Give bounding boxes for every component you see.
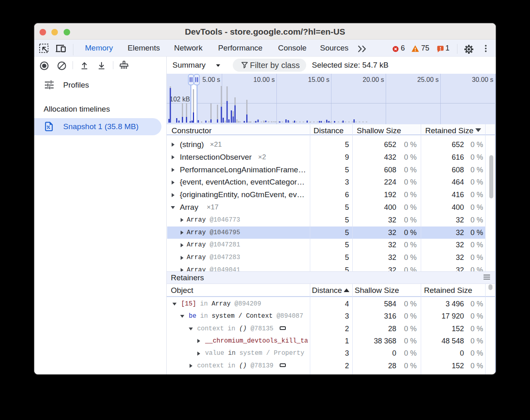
svg-text:25.00 s: 25.00 s [417,76,439,83]
svg-text:30.00 s: 30.00 s [472,76,493,83]
svg-text:102 kB: 102 kB [170,96,190,103]
svg-text:15.00 s: 15.00 s [308,76,329,83]
svg-text:10.00 s: 10.00 s [254,76,275,83]
svg-text:20.00 s: 20.00 s [363,76,384,83]
svg-text:5.00 s: 5.00 s [202,76,220,83]
